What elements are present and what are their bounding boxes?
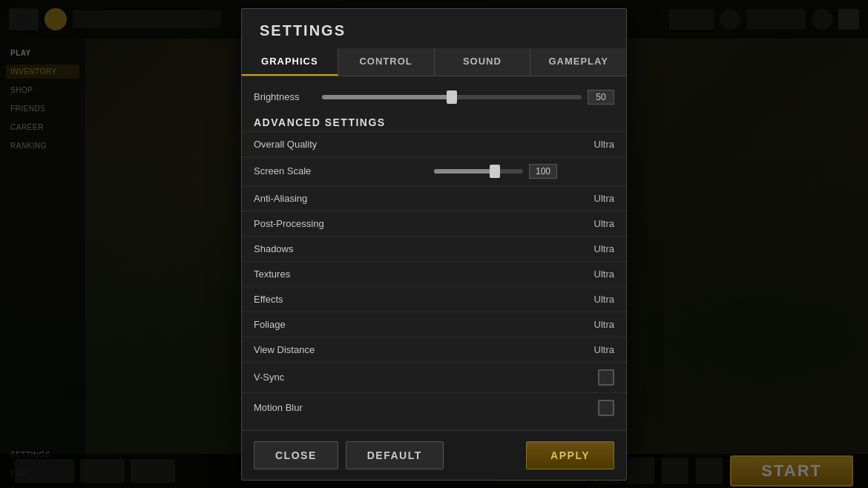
setting-value-textures: Ultra xyxy=(570,268,614,280)
setting-value-post-processing: Ultra xyxy=(570,218,614,229)
setting-row-effects: Effects Ultra xyxy=(242,286,626,311)
screen-scale-fill xyxy=(434,169,495,174)
tab-gameplay[interactable]: GAMEPLAY xyxy=(530,48,626,76)
setting-label-view-distance: View Distance xyxy=(254,344,570,355)
advanced-settings-header: ADVANCED SETTINGS xyxy=(242,111,626,131)
setting-label-foliage: Foliage xyxy=(254,319,570,330)
default-button[interactable]: DEFAULT xyxy=(346,441,444,469)
setting-label-effects: Effects xyxy=(254,294,570,305)
tabs-row: GRAPHICS CONTROL SOUND GAMEPLAY xyxy=(242,48,626,76)
setting-label-screen-scale: Screen Scale xyxy=(254,165,434,177)
setting-label-anti-aliasing: Anti-Aliasing xyxy=(254,193,570,204)
setting-row-overall-quality: Overall Quality Ultra xyxy=(242,131,626,156)
screen-scale-thumb[interactable] xyxy=(490,165,500,178)
motion-blur-checkbox[interactable] xyxy=(598,400,614,416)
settings-content: Brightness 50 ADVANCED SETTINGS Overall … xyxy=(242,76,626,430)
close-button[interactable]: CLOSE xyxy=(254,441,338,469)
setting-row-textures: Textures Ultra xyxy=(242,261,626,286)
brightness-row: Brightness 50 xyxy=(242,84,626,111)
setting-value-overall-quality: Ultra xyxy=(570,139,614,150)
screen-scale-slider-container: 100 xyxy=(434,164,614,179)
brightness-slider-fill xyxy=(322,95,452,99)
tab-sound[interactable]: SOUND xyxy=(435,48,531,76)
setting-label-post-processing: Post-Processing xyxy=(254,218,570,229)
screen-scale-track[interactable] xyxy=(434,169,523,174)
setting-row-vsync: V-Sync xyxy=(242,362,626,392)
brightness-value: 50 xyxy=(588,90,614,105)
setting-row-motion-blur: Motion Blur xyxy=(242,392,626,423)
setting-row-post-processing: Post-Processing Ultra xyxy=(242,211,626,236)
setting-value-shadows: Ultra xyxy=(570,243,614,254)
setting-value-view-distance: Ultra xyxy=(570,344,614,355)
vsync-checkbox[interactable] xyxy=(598,369,614,386)
modal-overlay: SETTINGS GRAPHICS CONTROL SOUND GAMEPLAY… xyxy=(0,0,868,488)
setting-label-textures: Textures xyxy=(254,268,570,280)
screen-scale-value: 100 xyxy=(529,164,557,179)
dialog-footer: CLOSE DEFAULT APPLY xyxy=(242,430,626,480)
setting-label-shadows: Shadows xyxy=(254,243,570,254)
tab-control[interactable]: CONTROL xyxy=(338,48,435,76)
setting-label-overall-quality: Overall Quality xyxy=(254,139,570,150)
setting-row-anti-aliasing: Anti-Aliasing Ultra xyxy=(242,185,626,211)
setting-label-vsync: V-Sync xyxy=(254,372,598,383)
brightness-slider-track[interactable] xyxy=(322,95,582,99)
brightness-slider-thumb[interactable] xyxy=(447,90,457,104)
setting-value-foliage: Ultra xyxy=(570,319,614,330)
setting-row-shadows: Shadows Ultra xyxy=(242,236,626,261)
brightness-slider-container: 50 xyxy=(322,90,614,105)
setting-value-effects: Ultra xyxy=(570,294,614,305)
setting-row-foliage: Foliage Ultra xyxy=(242,311,626,337)
setting-value-anti-aliasing: Ultra xyxy=(570,193,614,204)
brightness-label: Brightness xyxy=(254,91,313,102)
settings-title: SETTINGS xyxy=(242,9,626,48)
settings-dialog: SETTINGS GRAPHICS CONTROL SOUND GAMEPLAY… xyxy=(241,8,627,481)
apply-button[interactable]: APPLY xyxy=(526,441,614,469)
tab-graphics[interactable]: GRAPHICS xyxy=(242,48,338,76)
setting-label-motion-blur: Motion Blur xyxy=(254,402,598,413)
setting-row-view-distance: View Distance Ultra xyxy=(242,337,626,362)
setting-row-screen-scale: Screen Scale 100 xyxy=(242,156,626,185)
